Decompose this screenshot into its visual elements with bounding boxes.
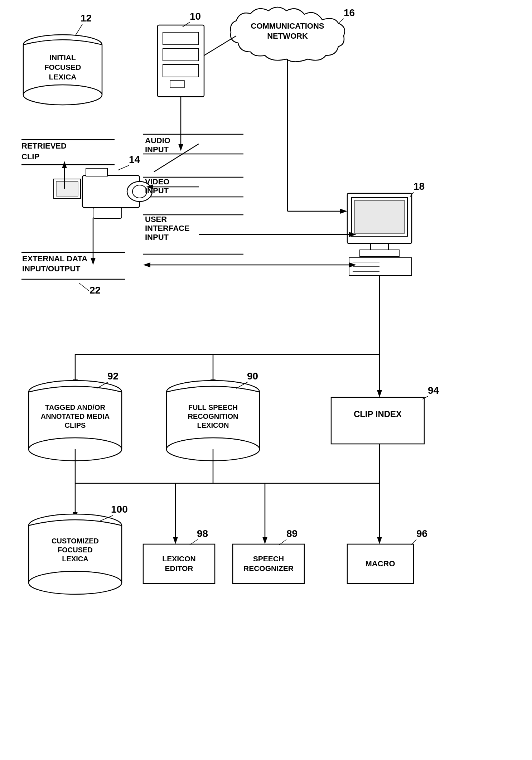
ext-data-label-2: INPUT/OUTPUT [22, 264, 81, 273]
audio-input-label-2: INPUT [145, 145, 169, 154]
svg-marker-89 [262, 537, 267, 544]
label-98-1: LEXICON [162, 555, 195, 563]
ref-12: 12 [81, 13, 92, 24]
video-input-label-2: INPUT [145, 186, 169, 195]
svg-rect-100 [233, 544, 304, 584]
ref-98: 98 [197, 528, 208, 539]
svg-marker-16 [340, 209, 347, 214]
svg-rect-29 [93, 208, 122, 218]
ui-input-label-1: USER [145, 215, 167, 224]
label-92-2: ANNOTATED MEDIA [41, 412, 110, 420]
ref-22: 22 [90, 285, 101, 296]
svg-line-12 [338, 19, 344, 23]
label-12-2: FOCUSED [44, 63, 81, 71]
svg-marker-47 [143, 262, 150, 267]
svg-rect-38 [354, 200, 405, 233]
svg-rect-28 [86, 168, 107, 176]
label-100-3: LEXICA [62, 555, 88, 563]
label-100-1: CUSTOMIZED [52, 537, 99, 545]
ref-16: 16 [344, 7, 355, 18]
svg-rect-31 [56, 181, 78, 196]
label-100-2: FOCUSED [58, 546, 93, 554]
svg-marker-91 [377, 537, 382, 544]
ref-94: 94 [428, 385, 439, 396]
svg-marker-105 [178, 144, 183, 151]
label-12-1: INITIAL [49, 53, 76, 62]
svg-marker-65 [377, 390, 382, 397]
svg-point-4 [23, 85, 102, 105]
retrieved-clip-label-2: CLIP [21, 152, 39, 161]
label-94-1: CLIP INDEX [354, 409, 402, 419]
label-92-1: TAGGED AND/OR [45, 403, 105, 411]
ref-89: 89 [286, 528, 298, 539]
ref-10: 10 [190, 11, 201, 22]
ref-92: 92 [107, 371, 119, 382]
cloud-label-2: NETWORK [267, 32, 308, 40]
audio-input-label-1: AUDIO [145, 136, 170, 145]
diagram-container: 12 INITIAL FOCUSED LEXICA 10 16 COMMUNIC… [0, 0, 532, 760]
svg-marker-55 [91, 258, 96, 265]
ref-18: 18 [413, 181, 425, 192]
svg-point-96 [29, 571, 122, 594]
label-92-3: CLIPS [65, 421, 86, 429]
svg-rect-78 [331, 397, 424, 444]
label-96: MACRO [365, 559, 395, 568]
ext-data-label-1: EXTERNAL DATA [22, 254, 87, 263]
video-input-label-1: VIDEO [145, 177, 169, 186]
retrieved-clip-label-1: RETRIEVED [21, 141, 67, 150]
diagram-svg: 12 INITIAL FOCUSED LEXICA 10 16 COMMUNIC… [0, 0, 532, 760]
label-90-2: RECOGNITION [188, 412, 238, 420]
svg-line-5 [75, 24, 82, 36]
ref-90: 90 [247, 371, 258, 382]
label-98-2: EDITOR [165, 564, 193, 572]
label-12-3: LEXICA [49, 73, 76, 81]
label-89-2: RECOGNIZER [243, 564, 294, 572]
cloud-label-1: COMMUNICATIONS [251, 21, 324, 30]
ref-100: 100 [111, 504, 128, 515]
ref-96: 96 [416, 528, 427, 539]
label-89-1: SPEECH [253, 555, 284, 563]
svg-rect-40 [360, 250, 399, 256]
svg-line-32 [118, 165, 129, 170]
label-90-3: LEXICON [197, 421, 229, 429]
svg-rect-98 [143, 544, 215, 584]
svg-line-51 [79, 283, 89, 291]
svg-marker-87 [173, 537, 178, 544]
ui-input-label-2: INTERFACE [145, 224, 190, 233]
ref-14: 14 [129, 154, 140, 165]
ui-input-label-3: INPUT [145, 233, 169, 242]
svg-line-13 [204, 36, 236, 55]
label-90-1: FULL SPEECH [188, 403, 238, 411]
svg-point-27 [132, 185, 147, 198]
